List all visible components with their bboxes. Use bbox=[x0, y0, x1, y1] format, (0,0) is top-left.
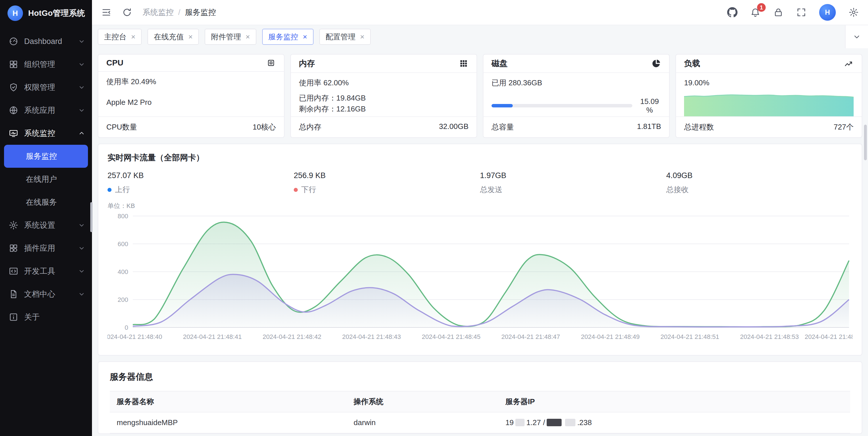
stat-cards-row: CPU 使用率 20.49% Apple M2 Pro CPU数量 10核心 内… bbox=[98, 54, 862, 138]
traffic-stat-value: 256.9 KB bbox=[294, 171, 480, 180]
cpu-footer-value: 10核心 bbox=[253, 122, 276, 132]
legend-dot bbox=[107, 188, 112, 192]
memory-footer-value: 32.00GB bbox=[439, 122, 468, 132]
chevron-down-icon bbox=[78, 61, 85, 68]
sidebar-item-permission[interactable]: 权限管理 bbox=[0, 76, 92, 99]
sidebar-item-monitor[interactable]: 系统监控 bbox=[0, 122, 92, 145]
legend-dot bbox=[294, 188, 298, 192]
traffic-stat-2: 1.97GB总发送 bbox=[480, 171, 666, 195]
cpu-model: Apple M2 Pro bbox=[106, 97, 276, 107]
notifications-button[interactable]: 1 bbox=[750, 7, 761, 18]
svg-text:600: 600 bbox=[118, 240, 128, 247]
traffic-stat-label: 总发送 bbox=[480, 185, 666, 195]
close-icon[interactable]: × bbox=[245, 33, 250, 40]
notification-badge: 1 bbox=[757, 3, 766, 12]
server-info-title: 服务器信息 bbox=[110, 371, 850, 383]
close-icon[interactable]: × bbox=[303, 33, 307, 40]
memory-grid-icon bbox=[459, 59, 468, 68]
sidebar-item-org[interactable]: 组织管理 bbox=[0, 53, 92, 76]
sidebar-item-settings[interactable]: 系统设置 bbox=[0, 214, 92, 237]
sidebar-item-label: 文档中心 bbox=[24, 289, 72, 299]
tab-attachments[interactable]: 附件管理× bbox=[205, 29, 256, 45]
tab-label: 主控台 bbox=[104, 32, 126, 42]
topbar: 系统监控 / 服务监控 1 H bbox=[92, 0, 868, 25]
sidebar-subitem-service-monitor[interactable]: 服务监控 bbox=[4, 145, 88, 168]
tab-label: 在线充值 bbox=[154, 32, 184, 42]
chevron-down-icon bbox=[78, 245, 85, 251]
code-icon bbox=[9, 266, 19, 276]
close-icon[interactable]: × bbox=[131, 33, 135, 40]
breadcrumb-separator: / bbox=[178, 8, 181, 17]
chevron-down-icon bbox=[78, 291, 85, 298]
app-root: H HotGo管理系统 Dashboard组织管理权限管理系统应用系统监控服务监… bbox=[0, 0, 868, 436]
tab-online-recharge[interactable]: 在线充值× bbox=[148, 29, 199, 45]
document-icon bbox=[9, 289, 19, 299]
settings-gear-icon[interactable] bbox=[848, 7, 859, 18]
svg-text:2024-04-21 21:48:53: 2024-04-21 21:48:53 bbox=[740, 333, 799, 340]
app-title: HotGo管理系统 bbox=[28, 8, 85, 19]
memory-free: 剩余内存：12.16GB bbox=[299, 103, 468, 114]
tab-config[interactable]: 配置管理× bbox=[319, 29, 371, 45]
sidebar-item-docs[interactable]: 文档中心 bbox=[0, 282, 92, 306]
tab-label: 服务监控 bbox=[269, 32, 298, 42]
menu-collapse-icon[interactable] bbox=[101, 7, 112, 18]
sidebar-item-label: 组织管理 bbox=[24, 59, 72, 69]
sidebar-item-dashboard[interactable]: Dashboard bbox=[0, 30, 92, 53]
sidebar-item-label: 关于 bbox=[24, 312, 85, 322]
table-row: mengshuaideMBP darwin 191.27 /.238 bbox=[110, 412, 850, 433]
sidebar-item-system-app[interactable]: 系统应用 bbox=[0, 99, 92, 122]
lock-icon[interactable] bbox=[773, 7, 783, 18]
server-name-cell: mengshuaideMBP bbox=[110, 412, 347, 433]
svg-text:2024-04-21 21:48:55: 2024-04-21 21:48:55 bbox=[805, 333, 852, 340]
sidebar-scrollbar-thumb[interactable] bbox=[90, 202, 93, 232]
load-footer-label: 总进程数 bbox=[684, 122, 714, 132]
col-server-ip: 服务器IP bbox=[498, 391, 850, 412]
sidebar-item-plugins[interactable]: 插件应用 bbox=[0, 237, 92, 260]
tabbar: 主控台×在线充值×附件管理×服务监控×配置管理× bbox=[92, 25, 868, 48]
breadcrumb-parent[interactable]: 系统监控 bbox=[143, 7, 174, 18]
topbar-right: 1 H bbox=[727, 4, 859, 21]
close-icon[interactable]: × bbox=[360, 33, 365, 40]
load-sparkline bbox=[684, 91, 854, 116]
sidebar-item-label: Dashboard bbox=[24, 37, 72, 46]
tab-console[interactable]: 主控台× bbox=[98, 29, 142, 45]
breadcrumb-current[interactable]: 服务监控 bbox=[185, 7, 216, 18]
disk-footer-label: 总容量 bbox=[492, 122, 514, 132]
sidebar-subitem-label: 服务监控 bbox=[26, 151, 57, 161]
tabs-dropdown-button[interactable] bbox=[845, 25, 868, 48]
sidebar-subitem-online-services[interactable]: 在线服务 bbox=[0, 191, 92, 214]
fullscreen-icon[interactable] bbox=[796, 7, 806, 18]
traffic-stat-label: 下行 bbox=[294, 185, 480, 195]
close-icon[interactable]: × bbox=[188, 33, 192, 40]
gear-icon bbox=[9, 220, 19, 230]
tab-label: 附件管理 bbox=[211, 32, 241, 42]
avatar[interactable]: H bbox=[819, 4, 836, 21]
ip-text: 19 bbox=[505, 418, 514, 427]
disk-footer-value: 1.81TB bbox=[637, 122, 661, 132]
svg-text:2024-04-21 21:48:43: 2024-04-21 21:48:43 bbox=[342, 333, 401, 340]
scrollbar-thumb[interactable] bbox=[864, 125, 867, 160]
traffic-stat-0: 257.07 KB上行 bbox=[107, 171, 294, 195]
sidebar-item-label: 插件应用 bbox=[24, 243, 72, 253]
trend-icon bbox=[844, 59, 854, 68]
refresh-icon[interactable] bbox=[122, 7, 132, 18]
dashboard-icon bbox=[9, 36, 19, 46]
sidebar-item-devtools[interactable]: 开发工具 bbox=[0, 260, 92, 282]
col-os: 操作系统 bbox=[347, 391, 498, 412]
sidebar-subitem-online-users[interactable]: 在线用户 bbox=[0, 168, 92, 191]
github-icon[interactable] bbox=[727, 7, 738, 18]
tab-label: 配置管理 bbox=[326, 32, 355, 42]
memory-card: 内存 使用率 62.00% 已用内存：19.84GB 剩余内存：12.16GB … bbox=[290, 54, 477, 138]
chevron-down-icon bbox=[78, 222, 85, 229]
tab-service-monitor[interactable]: 服务监控× bbox=[262, 29, 314, 45]
sidebar: H HotGo管理系统 Dashboard组织管理权限管理系统应用系统监控服务监… bbox=[0, 0, 92, 436]
logo[interactable]: H HotGo管理系统 bbox=[0, 0, 92, 26]
sidebar-item-about[interactable]: 关于 bbox=[0, 306, 92, 329]
traffic-stat-label: 总接收 bbox=[666, 185, 852, 195]
disk-used: 已用 280.36GB bbox=[492, 77, 661, 88]
logo-icon: H bbox=[7, 5, 23, 21]
sidebar-subitem-label: 在线用户 bbox=[26, 174, 57, 185]
svg-text:2024-04-21 21:48:47: 2024-04-21 21:48:47 bbox=[501, 333, 560, 340]
server-os-cell: darwin bbox=[347, 412, 498, 433]
chevron-down-icon bbox=[853, 33, 861, 41]
